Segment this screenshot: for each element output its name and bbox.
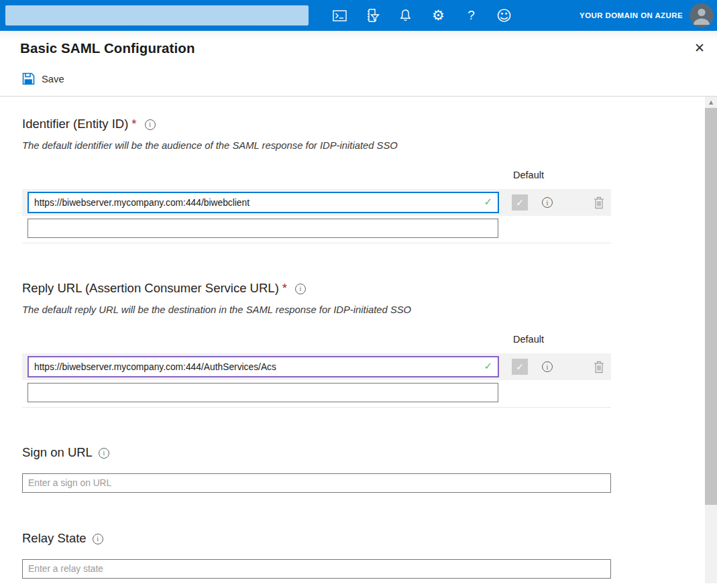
valid-check-icon: ✓ <box>484 360 492 372</box>
help-icon[interactable]: ? <box>455 0 488 31</box>
section-divider <box>22 407 611 408</box>
section-reply-url: Reply URL (Assertion Consumer Service UR… <box>22 281 717 408</box>
form-content: Identifier (Entity ID)*i The default ide… <box>0 97 717 583</box>
save-disk-icon <box>22 72 35 85</box>
reply-url-description: The default reply URL will be the destin… <box>22 304 717 315</box>
directory-filter-icon[interactable] <box>356 0 389 31</box>
tenant-domain-label: YOUR DOMAIN ON AZURE <box>580 11 683 19</box>
panel-header: Basic SAML Configuration ✕ <box>0 31 717 62</box>
sign-on-url-input[interactable] <box>22 473 611 493</box>
delete-row-button[interactable] <box>594 361 604 373</box>
identifier-heading: Identifier (Entity ID)*i <box>22 117 717 131</box>
info-icon[interactable]: i <box>295 284 306 294</box>
avatar[interactable] <box>690 3 714 27</box>
required-marker: * <box>131 117 136 131</box>
identifier-row: ✓ ✓ i <box>22 189 611 216</box>
save-label: Save <box>42 74 64 84</box>
reply-url-new-input[interactable] <box>27 383 498 402</box>
scrollbar-thumb[interactable] <box>705 108 717 505</box>
relay-state-heading: Relay Statei <box>22 531 717 546</box>
info-icon[interactable]: i <box>145 119 156 130</box>
command-bar: Save <box>0 62 717 96</box>
identifier-url-input[interactable] <box>27 192 499 213</box>
default-checkbox[interactable]: ✓ <box>512 194 528 211</box>
topbar-icons: ⚙ ? ☺ <box>323 0 520 31</box>
identifier-label: Identifier (Entity ID) <box>22 117 128 131</box>
smiley-icon[interactable]: ☺ <box>488 0 520 31</box>
gear-icon[interactable]: ⚙ <box>422 0 455 31</box>
info-icon[interactable]: i <box>542 361 553 372</box>
sign-on-url-label: Sign on URL <box>22 445 93 459</box>
vertical-scrollbar[interactable]: ▲ <box>705 97 717 583</box>
cloud-shell-icon[interactable] <box>323 0 356 31</box>
azure-top-bar: ⚙ ? ☺ YOUR DOMAIN ON AZURE <box>0 0 717 31</box>
reply-url-row: ✓ ✓ i <box>22 353 611 380</box>
section-relay-state: Relay Statei <box>22 531 717 579</box>
relay-state-input[interactable] <box>22 559 611 579</box>
info-icon[interactable]: i <box>93 534 103 544</box>
sign-on-url-heading: Sign on URLi <box>22 445 717 460</box>
section-sign-on-url: Sign on URLi <box>22 445 717 493</box>
section-divider <box>22 243 611 243</box>
reply-url-heading: Reply URL (Assertion Consumer Service UR… <box>22 281 717 296</box>
default-column-label: Default <box>513 334 553 345</box>
required-marker: * <box>282 281 287 295</box>
reply-url-label: Reply URL (Assertion Consumer Service UR… <box>22 281 279 295</box>
bell-icon[interactable] <box>389 0 422 31</box>
relay-state-label: Relay State <box>22 531 87 545</box>
default-column-label: Default <box>513 170 553 180</box>
delete-row-button[interactable] <box>594 196 604 209</box>
page-title: Basic SAML Configuration <box>20 40 697 56</box>
close-icon[interactable]: ✕ <box>692 38 708 58</box>
valid-check-icon: ✓ <box>484 196 492 208</box>
default-checkbox[interactable]: ✓ <box>512 359 528 375</box>
info-icon[interactable]: i <box>99 448 109 459</box>
section-identifier: Identifier (Entity ID)*i The default ide… <box>22 117 717 243</box>
search-input[interactable] <box>5 5 309 25</box>
identifier-new-input[interactable] <box>27 219 498 238</box>
scroll-up-icon[interactable]: ▲ <box>705 97 717 108</box>
identifier-description: The default identifier will be the audie… <box>22 140 717 151</box>
info-icon[interactable]: i <box>542 197 553 208</box>
reply-url-input[interactable] <box>27 356 499 377</box>
save-button[interactable]: Save <box>22 72 64 85</box>
